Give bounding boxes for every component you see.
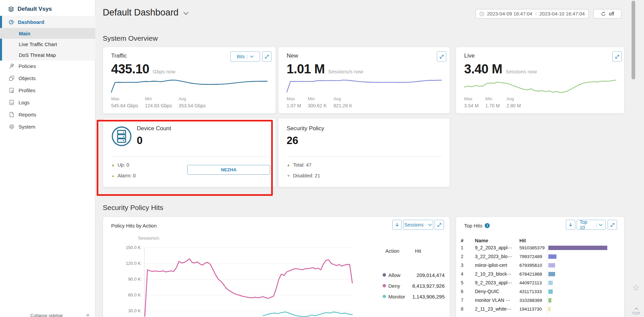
stat-label: Avg — [507, 96, 521, 101]
row-hit-count: 431171333 — [519, 289, 542, 294]
unit-select-value: Bits — [237, 54, 245, 59]
traffic-unit-select[interactable]: Bits — [230, 51, 260, 62]
new-sessions-current-unit: Sessions/s now — [328, 69, 363, 74]
live-sessions-current-unit: Sessions now — [506, 69, 537, 74]
date-range-input[interactable]: 2023-04-09 16:47:04 - 2023-04-10 16:47:0… — [476, 9, 589, 19]
date-range-separator: - — [535, 11, 537, 16]
card-title: Traffic — [111, 52, 127, 59]
stat-value: 353.54 Gbps — [179, 103, 205, 108]
sidebar-item-label: Policies — [19, 63, 36, 69]
traffic-card: Traffic Bits 435.10 Gbps now Max545.64 G… — [103, 47, 276, 113]
legend-action-header: Action — [385, 248, 415, 255]
download-button[interactable] — [392, 220, 402, 230]
top-hits-count-select[interactable]: Top 10 — [577, 220, 606, 230]
expand-button[interactable] — [262, 51, 271, 62]
expand-button[interactable] — [608, 220, 617, 230]
divider — [247, 54, 248, 59]
row-hit-count: 310288389 — [519, 298, 542, 303]
download-button[interactable] — [566, 220, 575, 230]
auto-refresh-toggle[interactable]: off — [593, 9, 621, 19]
sidebar-item-label: Profiles — [19, 87, 35, 93]
expand-button[interactable] — [434, 220, 444, 230]
legend-row: Allow209,014,474 — [383, 270, 445, 280]
top-hits-table-row[interactable]: 7monitor VLAN ⋯310288389 — [456, 296, 624, 305]
y-tick-label: 150.0 K — [117, 245, 141, 250]
sidebar-item-dashboard[interactable]: Dashboard — [0, 16, 95, 28]
policy-hits-unit-select[interactable]: Sessions — [403, 220, 433, 230]
dashboard-title-selector[interactable]: Default Dashboard — [103, 7, 189, 18]
sidebar-collapse-control[interactable]: Collapse sidebar « — [0, 312, 95, 317]
device-up-row: ▲ Up: 0 — [111, 162, 129, 168]
column-header-name: Name — [475, 238, 488, 243]
sidebar-item-dos-threat-map[interactable]: DoS Threat Map — [0, 49, 95, 60]
sidebar-item-label: System — [19, 124, 35, 130]
sidebar-item-objects[interactable]: Objects — [0, 72, 95, 84]
top-hits-table-row[interactable]: 3miiror-iplist-cert679395610 — [456, 261, 624, 270]
top-hits-table-row[interactable]: 42_10_23_block⋯678421868 — [456, 270, 624, 278]
favorite-star-icon[interactable]: ☆ — [632, 283, 640, 292]
sidebar-item-main[interactable]: Main — [0, 28, 95, 39]
sidebar-item-profiles[interactable]: Profiles — [0, 84, 95, 96]
hit-bar — [548, 254, 556, 259]
row-name: 9_2_2023_appl⋯ — [475, 280, 517, 285]
security-policy-card: Security Policy 26 ▲ Total: 47 ▼ Disable… — [279, 118, 450, 187]
sidebar-item-live-traffic-chart[interactable]: Live Traffic Chart — [0, 39, 95, 49]
log-document-icon: LOG — [9, 100, 14, 105]
hit-bar — [548, 289, 553, 294]
sidebar-item-policies[interactable]: Policies — [0, 60, 95, 72]
stat-value: 3.54 M — [464, 103, 479, 108]
sidebar-item-reports[interactable]: Reports — [0, 108, 95, 120]
top-hits-table-row[interactable]: 6Deny-QUIC431171333 — [456, 287, 624, 296]
security-policy-value: 26 — [287, 135, 298, 147]
legend-action-label: Monitor — [388, 294, 405, 300]
panel-title: Policy Hits by Action — [111, 223, 157, 228]
y-tick-label: 90.0 K — [117, 277, 141, 282]
row-hit-count: 5910385379 — [519, 245, 545, 250]
hit-bar — [548, 307, 550, 311]
row-hit-count: 440972113 — [519, 280, 542, 285]
y-tick-label: 60.0 K — [117, 293, 141, 297]
date-range-start: 2023-04-09 16:47:04 — [487, 11, 533, 16]
expand-button[interactable] — [437, 51, 446, 62]
chevron-down-icon — [599, 224, 603, 226]
vertical-scrollbar-thumb[interactable] — [632, 1, 635, 79]
chevron-down-icon — [250, 56, 254, 58]
top-hits-table-row[interactable]: 19_2_2023_appl⋯5910385379 — [456, 243, 624, 252]
vsys-header[interactable]: Default Vsys — [8, 6, 52, 12]
back-to-top-button[interactable]: TOP — [632, 308, 644, 316]
policy-hits-by-action-panel: Policy Hits by Action Sessions Sessions/… — [103, 217, 450, 317]
sidebar-item-label: Logs — [19, 100, 30, 105]
expand-button[interactable] — [612, 51, 622, 62]
top-hits-table-row[interactable]: 59_2_2023_appl⋯440972113 — [456, 278, 624, 287]
sidebar-item-label: Live Traffic Chart — [19, 41, 57, 47]
row-rank: 8 — [461, 306, 463, 312]
info-icon[interactable]: i — [485, 223, 490, 228]
hit-bar — [548, 281, 553, 285]
sidebar-item-system[interactable]: System — [0, 120, 95, 133]
column-header-hit: Hit — [519, 238, 526, 243]
top-hits-table-row[interactable]: 82_11_23_white⋯194113730 — [456, 305, 624, 313]
row-name: 2_11_23_white⋯ — [475, 306, 517, 312]
gear-icon — [9, 124, 14, 130]
sidebar: Default Vsys Dashboard Main Live Traffic… — [0, 0, 95, 317]
row-rank: 7 — [461, 297, 463, 303]
stat-label: Max — [464, 96, 479, 101]
hit-bar — [548, 246, 607, 250]
device-alarm-label: Alarm: 0 — [118, 173, 136, 178]
traffic-current-value: 435.10 — [111, 62, 149, 76]
top-hits-table-body: 19_2_2023_appl⋯591038537923_22_2023_blo⋯… — [456, 243, 624, 313]
stat-label: Avg — [179, 96, 205, 101]
top-hits-table-row[interactable]: 23_22_2023_blo⋯799372489 — [456, 252, 624, 261]
y-tick-label: 120.0 K — [117, 261, 141, 266]
row-name: Deny-QUIC — [475, 289, 517, 294]
triangle-up-icon: ▲ — [287, 163, 290, 167]
nezha-button[interactable]: NEZHA — [187, 165, 270, 175]
sidebar-item-logs[interactable]: LOG Logs — [0, 96, 95, 108]
stat-label: Min — [145, 96, 172, 101]
refresh-state-label: off — [609, 11, 614, 16]
stat-label: Max — [287, 96, 301, 101]
row-hit-count: 194113730 — [519, 307, 542, 312]
collapse-label: Collapse sidebar — [30, 313, 63, 317]
stat-value: 124.83 Gbps — [145, 103, 172, 108]
date-range-end: 2023-04-10 16:47:04 — [540, 11, 585, 16]
